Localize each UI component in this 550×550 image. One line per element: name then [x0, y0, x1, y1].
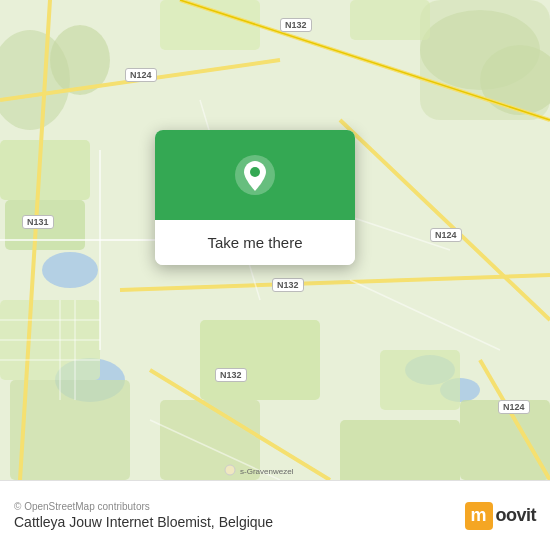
moovit-m-letter: m: [465, 502, 493, 530]
take-me-there-button[interactable]: Take me there: [155, 220, 355, 265]
svg-rect-17: [340, 420, 460, 480]
bottom-left-info: © OpenStreetMap contributors Cattleya Jo…: [14, 501, 273, 530]
svg-point-43: [250, 167, 260, 177]
moovit-text: oovit: [496, 505, 537, 526]
popup-card: Take me there: [155, 130, 355, 265]
road-label-n131: N131: [22, 215, 54, 229]
svg-rect-6: [0, 140, 90, 200]
location-pin-icon: [233, 153, 277, 197]
svg-rect-14: [200, 320, 320, 400]
road-label-n132-mid: N132: [272, 278, 304, 292]
svg-point-8: [42, 252, 98, 288]
road-label-n124-top-left: N124: [125, 68, 157, 82]
svg-rect-16: [380, 350, 460, 410]
svg-rect-19: [160, 0, 260, 50]
popup-green-area: [155, 130, 355, 220]
road-label-n124-right: N124: [430, 228, 462, 242]
svg-text:s-Gravenwezel: s-Gravenwezel: [240, 467, 294, 476]
svg-rect-3: [420, 0, 550, 120]
osm-attribution: © OpenStreetMap contributors: [14, 501, 273, 512]
road-label-n124-bottom-right: N124: [498, 400, 530, 414]
road-label-n132-lower: N132: [215, 368, 247, 382]
place-name: Cattleya Jouw Internet Bloemist, Belgiqu…: [14, 514, 273, 530]
bottom-bar: © OpenStreetMap contributors Cattleya Jo…: [0, 480, 550, 550]
svg-point-40: [225, 465, 235, 475]
svg-rect-20: [350, 0, 430, 40]
svg-rect-13: [10, 380, 130, 480]
moovit-logo: m oovit: [465, 502, 537, 530]
road-label-n124-top: N132: [280, 18, 312, 32]
map-container: s-Gravenwezel N132 N124 N131 N124 N132 N…: [0, 0, 550, 480]
